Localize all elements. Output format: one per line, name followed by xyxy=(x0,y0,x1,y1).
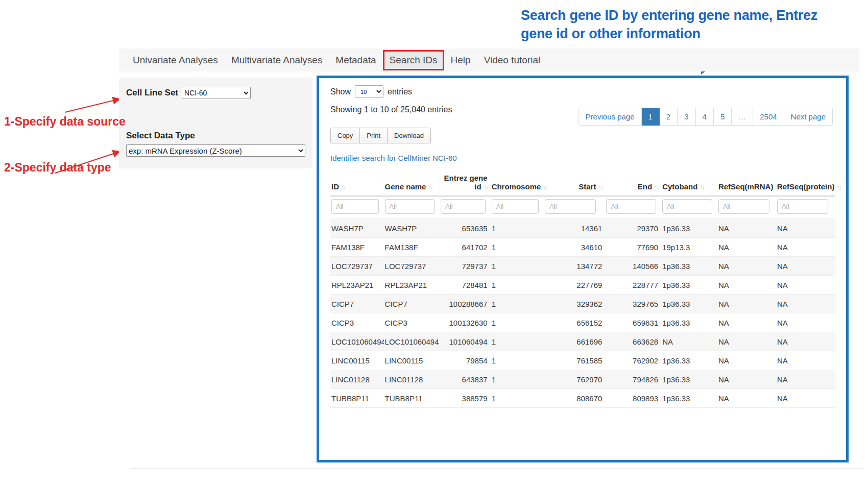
column-label: Gene name xyxy=(385,182,426,191)
sort-icon: ↑↓ xyxy=(543,184,547,191)
cell-refseq-mrna: NA xyxy=(717,219,776,238)
cell-refseq-mrna: NA xyxy=(717,313,776,332)
filter-input-cytoband[interactable] xyxy=(662,199,712,214)
table-row: LOC729737LOC72973772973711347721405661p3… xyxy=(330,257,835,276)
column-header-entrez-gene-id[interactable]: Entrez gene id↑↓ xyxy=(440,171,490,196)
gene-table: ID↑↓Gene name↑↓Entrez gene id↑↓Chromosom… xyxy=(330,171,835,408)
copy-button[interactable]: Copy xyxy=(330,128,360,143)
pagination-next[interactable]: Next page xyxy=(784,108,833,126)
cell-chromosome: 1 xyxy=(491,370,544,389)
filter-cell-start xyxy=(544,196,605,219)
filter-input-id[interactable] xyxy=(331,199,379,214)
nav-bar: Univariate AnalysesMultivariate Analyses… xyxy=(119,48,859,71)
pagination-page-1[interactable]: 1 xyxy=(642,108,660,126)
cell-refseq-mrna: NA xyxy=(717,257,776,276)
table-row: LINC01128LINC0112864383717629707948261p3… xyxy=(330,370,835,389)
print-button[interactable]: Print xyxy=(360,128,388,143)
cell-chromosome: 1 xyxy=(491,351,544,370)
cell-line-set-select[interactable]: NCI-60 xyxy=(182,87,251,99)
filter-input-chromosome[interactable] xyxy=(492,199,539,214)
column-header-gene-name[interactable]: Gene name↑↓ xyxy=(384,171,440,196)
filter-input-refseq-protein[interactable] xyxy=(777,199,828,214)
column-header-start[interactable]: Start↑↓ xyxy=(544,171,605,196)
cell-refseq-mrna: NA xyxy=(717,238,776,257)
sort-icon: ↑↓ xyxy=(428,184,432,191)
search-hint-note: Search gene ID by entering gene name, En… xyxy=(521,6,827,43)
nav-tab-search-ids[interactable]: Search IDs xyxy=(383,50,444,70)
identifier-search-link[interactable]: Identifier search for CellMiner NCI-60 xyxy=(330,154,457,162)
data-type-select[interactable]: exp: mRNA Expression (Z-Score) xyxy=(126,144,305,157)
column-label: Cytoband xyxy=(662,182,697,191)
table-row: CICP7CICP710028866713293623297651p36.33N… xyxy=(330,295,835,313)
nav-tab-help[interactable]: Help xyxy=(444,51,477,70)
cell-id: FAM138F xyxy=(330,238,384,257)
nav-tab-multivariate-analyses[interactable]: Multivariate Analyses xyxy=(225,51,329,70)
cell-refseq-protein: NA xyxy=(776,313,835,332)
filter-input-end[interactable] xyxy=(606,199,656,214)
column-header-chromosome[interactable]: Chromosome↑↓ xyxy=(491,171,544,196)
table-row: CICP3CICP310013263016561526596311p36.33N… xyxy=(330,313,835,332)
cell-start: 34610 xyxy=(544,238,605,257)
cell-chromosome: 1 xyxy=(491,313,544,332)
filter-cell-id xyxy=(330,196,384,219)
sort-icon: ↑↓ xyxy=(700,184,704,191)
filter-input-gene-name[interactable] xyxy=(385,199,435,214)
step2-note: 2-Specify data type xyxy=(4,161,111,175)
cell-entrez-gene-id: 729737 xyxy=(440,257,490,276)
column-header-cytoband[interactable]: Cytoband↑↓ xyxy=(661,171,717,196)
table-body: WASH7PWASH7P653635114361293701p36.33NANA… xyxy=(330,219,835,408)
entries-label: entries xyxy=(388,87,412,96)
pagination-page-3[interactable]: 3 xyxy=(678,108,695,126)
cell-chromosome: 1 xyxy=(491,219,544,238)
cell-end: 762902 xyxy=(605,351,661,370)
cell-id: WASH7P xyxy=(330,219,384,238)
header-row: ID↑↓Gene name↑↓Entrez gene id↑↓Chromosom… xyxy=(330,171,835,196)
pagination-page-4[interactable]: 4 xyxy=(696,108,714,126)
cell-refseq-mrna: NA xyxy=(717,351,776,370)
pagination-page-2504[interactable]: 2504 xyxy=(753,108,784,126)
cell-end: 659631 xyxy=(605,313,661,332)
cell-start: 808670 xyxy=(544,389,605,408)
page-size-select[interactable]: 10 xyxy=(355,85,383,98)
cell-refseq-protein: NA xyxy=(776,351,835,370)
nav-tab-video-tutorial[interactable]: Video tutorial xyxy=(477,51,547,70)
pagination-page-2[interactable]: 2 xyxy=(660,108,678,126)
download-button[interactable]: Download xyxy=(388,128,431,143)
cell-start: 134772 xyxy=(544,257,605,276)
pagination-page-5[interactable]: 5 xyxy=(714,108,732,126)
cell-entrez-gene-id: 100288667 xyxy=(440,295,490,313)
filter-input-start[interactable] xyxy=(545,199,596,214)
cell-chromosome: 1 xyxy=(491,389,544,408)
arrow-to-cell-line-set xyxy=(65,99,119,112)
cell-refseq-protein: NA xyxy=(776,389,835,408)
column-header-id[interactable]: ID↑↓ xyxy=(330,171,384,196)
cell-chromosome: 1 xyxy=(491,238,544,257)
column-header-refseq-mrna[interactable]: RefSeq(mRNA)↑↓ xyxy=(717,171,776,196)
column-header-end[interactable]: End↑↓ xyxy=(605,171,661,196)
column-header-refseq-protein[interactable]: RefSeq(protein)↑↓ xyxy=(776,171,835,196)
cell-gene-name: FAM138F xyxy=(384,238,440,257)
cell-refseq-protein: NA xyxy=(776,257,835,276)
sort-icon: ↑↓ xyxy=(836,184,840,191)
pagination-prev[interactable]: Previous page xyxy=(578,108,642,126)
cell-entrez-gene-id: 653635 xyxy=(440,219,490,238)
column-label: Start xyxy=(578,182,596,191)
column-label: Chromosome xyxy=(492,182,541,191)
cell-refseq-mrna: NA xyxy=(717,332,776,351)
column-label: ID xyxy=(331,182,339,191)
cell-end: 809893 xyxy=(605,389,661,408)
cell-cytoband: NA xyxy=(661,332,717,351)
cell-refseq-protein: NA xyxy=(776,238,835,257)
nav-tab-metadata[interactable]: Metadata xyxy=(329,51,382,70)
filter-input-entrez-gene-id[interactable] xyxy=(441,199,486,214)
cell-start: 227769 xyxy=(544,276,605,295)
cell-id: LINC01128 xyxy=(330,370,384,389)
cell-start: 656152 xyxy=(544,313,605,332)
filter-input-refseq-mrna[interactable] xyxy=(718,199,769,214)
filter-cell-entrez-gene-id xyxy=(440,196,490,219)
nav-tab-univariate-analyses[interactable]: Univariate Analyses xyxy=(126,51,225,70)
sort-icon: ↑↓ xyxy=(484,184,488,191)
search-hint-line2: gene id or other information xyxy=(521,25,827,43)
cell-cytoband: 1p36.33 xyxy=(661,389,717,408)
cell-refseq-mrna: NA xyxy=(717,370,776,389)
